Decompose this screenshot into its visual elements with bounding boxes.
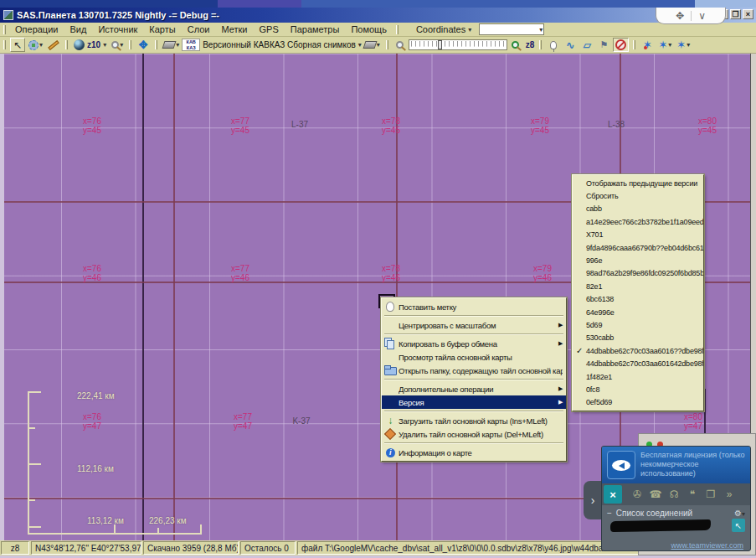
context-menu-item[interactable]: Центрировать с масштабом▶ [382, 318, 566, 332]
selection-icon [28, 40, 39, 50]
version-label: 44dbabbe62c70c03aa6016??dbe98f3d [586, 347, 703, 355]
full-extent-button[interactable]: ✥ [136, 38, 151, 52]
version-menu-item[interactable]: 1f482e1 [573, 370, 703, 383]
file-transfer-icon[interactable]: ❐ [702, 488, 719, 500]
close-button[interactable]: × [743, 9, 753, 19]
titlebar[interactable]: SAS.Планета 130701.7325 Nightly -= Debug… [0, 8, 756, 23]
context-menu-item[interactable]: Дополнительные операции▶ [382, 382, 566, 395]
context-menu-item[interactable]: Удалить тайл основной карты (Del+MLeft) [382, 427, 566, 441]
restore-button[interactable]: ❐ [730, 9, 741, 19]
coordinates-combobox[interactable]: ▾ [479, 23, 544, 35]
phone-call-icon[interactable]: ☎ [647, 488, 664, 500]
add-polygon-button[interactable]: ▱ [579, 38, 594, 52]
gear-icon[interactable]: ⚙▾ [734, 509, 745, 518]
version-menu-item[interactable]: 64e996e [573, 306, 703, 318]
distance-measure-button[interactable] [46, 38, 61, 52]
version-menu-item[interactable]: Отображать предыдущие версии [573, 177, 703, 189]
chat-icon[interactable]: ❝ [684, 488, 701, 500]
version-menu-item[interactable]: 996e [573, 254, 703, 266]
version-menu-item[interactable]: X701 [573, 229, 703, 241]
chevron-down-icon[interactable]: ▾ [39, 41, 43, 49]
chevron-down-icon[interactable]: ▾ [687, 41, 690, 49]
menubar-item[interactable]: Источник [92, 23, 143, 35]
zoom-slider[interactable] [409, 39, 507, 50]
zoom-in-button[interactable] [508, 38, 523, 52]
menubar-item[interactable]: Карты [143, 23, 181, 35]
version-menu-item[interactable]: Сбросить [573, 189, 703, 202]
headset-icon[interactable]: ☊ [666, 488, 682, 500]
menu-item-label: Центрировать с масштабом [399, 321, 555, 330]
toolbar-grip[interactable] [633, 40, 635, 49]
menubar-item[interactable]: GPS [254, 23, 285, 35]
version-menu-item[interactable]: 9fda4896caaa66790b??eb04d6bc6138 [573, 241, 703, 254]
toolbar-grip[interactable] [155, 40, 157, 49]
collapse-icon[interactable]: − [607, 509, 612, 518]
chevron-down-icon[interactable]: ▾ [668, 41, 671, 49]
menubar-item[interactable]: Слои [182, 23, 216, 35]
menubar-item[interactable]: Метки [215, 23, 253, 35]
context-menu-item[interactable]: Открыть папку, содержащую тайл основной … [382, 364, 566, 377]
chevron-down-icon[interactable]: ▾ [358, 41, 362, 49]
toolbar-grip[interactable] [3, 25, 6, 34]
gps-options-button[interactable]: ✶▾ [675, 38, 692, 52]
select-tool-button[interactable]: ↖ [10, 38, 25, 52]
context-menu-item[interactable]: Поставить метку [382, 300, 566, 313]
context-menu-item[interactable]: Копировать в буфер обмена▶ [382, 337, 566, 350]
version-menu-item[interactable]: cabb [573, 203, 703, 215]
menubar-item[interactable]: Помощь [345, 23, 393, 35]
gps-connect-button[interactable]: ✶ [640, 38, 655, 52]
active-map-name[interactable]: Версионный КАВКАЗ Сборная снимков [203, 40, 356, 49]
add-placemark-button[interactable] [546, 38, 561, 52]
basemap-button[interactable]: ▾ [162, 38, 181, 52]
connect-cursor-button[interactable]: ↖ [732, 519, 745, 532]
menubar-item[interactable]: Вид [64, 23, 92, 35]
teamviewer-dock-tab[interactable]: ✥ ∨ [656, 8, 726, 24]
previous-zoom-button[interactable]: z10▾ [72, 38, 108, 52]
version-menu-item[interactable]: 0fc8 [573, 383, 703, 395]
zoom-tool-button[interactable]: ▾ [110, 38, 125, 52]
toolbar-grip[interactable] [65, 40, 68, 49]
gps-tools-button[interactable]: ✶▾ [656, 38, 673, 52]
selection-area-button[interactable]: ▾ [27, 38, 44, 52]
zoom-out-button[interactable] [393, 38, 408, 52]
app-icon [3, 10, 13, 20]
version-menu-item[interactable]: 44dbabbe62c70c03aa601642dbe98f3d [573, 357, 703, 369]
chevron-down-icon[interactable]: ▾ [103, 41, 106, 49]
version-menu-item[interactable]: 98ad76a2b29f9e86fdc09250f6bd85bf [573, 267, 703, 280]
toolbar-grip[interactable] [539, 40, 542, 49]
version-menu-item[interactable]: 5d69 [573, 318, 703, 331]
version-menu-item[interactable]: 82e1 [573, 280, 703, 292]
context-menu-item[interactable]: Версия▶ [382, 395, 566, 409]
layers-menu-button[interactable]: ▾ [363, 38, 382, 52]
version-menu-item[interactable]: a14e29eec766c2b3782be1f1a09eed69 [573, 215, 703, 228]
more-icon[interactable]: » [721, 488, 738, 500]
toolbar-grip[interactable] [396, 25, 399, 34]
version-menu-item[interactable]: 0ef5d69 [573, 396, 703, 409]
expand-icon[interactable]: ✥ [676, 10, 684, 22]
version-menu-item[interactable]: 6bc6138 [573, 293, 703, 306]
coordinates-button[interactable]: Coordinates ▾ [412, 23, 476, 35]
teamviewer-website-link[interactable]: www.teamviewer.com [671, 541, 743, 550]
context-menu-item[interactable]: Загрузить тайл основной карты (Ins+MLeft… [382, 414, 566, 427]
video-call-icon[interactable]: ✇ [629, 488, 645, 500]
toolbar-grip[interactable] [3, 40, 6, 49]
context-menu-item[interactable]: Информация о карте [382, 446, 566, 459]
chevron-down-icon[interactable]: ▾ [539, 26, 543, 34]
chevron-down-icon[interactable]: ∨ [698, 10, 706, 22]
context-menu-item[interactable]: Просмотр тайла основной карты [382, 350, 566, 364]
zoom-slider-thumb[interactable] [438, 40, 442, 49]
hide-marks-button[interactable] [613, 38, 629, 52]
chat-bubble-tab[interactable]: › [584, 481, 602, 519]
close-icon[interactable]: × [604, 485, 622, 504]
chevron-down-icon[interactable]: ▾ [120, 41, 123, 49]
version-menu-item[interactable]: 530cabb [573, 332, 703, 344]
version-menu-item[interactable]: ✓44dbabbe62c70c03aa6016??dbe98f3d [573, 344, 703, 357]
chevron-down-icon[interactable]: ▾ [176, 41, 179, 49]
add-path-button[interactable]: ∿ [563, 38, 578, 52]
toolbar-grip[interactable] [129, 40, 131, 49]
toolbar-grip[interactable] [386, 40, 388, 49]
placemark-manager-button[interactable]: ⚑ [596, 38, 611, 52]
menubar-item[interactable]: Операции [9, 23, 64, 35]
menubar-item[interactable]: Параметры [285, 23, 346, 35]
chevron-down-icon[interactable]: ▾ [377, 41, 380, 49]
